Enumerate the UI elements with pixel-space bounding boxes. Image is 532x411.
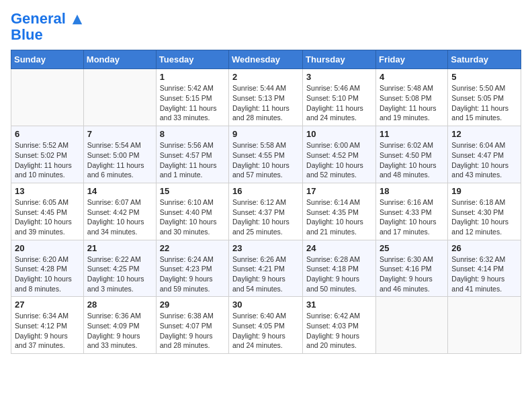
calendar-week-row: 1Sunrise: 5:42 AM Sunset: 5:15 PM Daylig… [11, 69, 521, 126]
calendar-cell: 29Sunrise: 6:38 AM Sunset: 4:07 PM Dayli… [156, 297, 228, 354]
calendar-week-row: 27Sunrise: 6:34 AM Sunset: 4:12 PM Dayli… [11, 297, 521, 354]
calendar-week-row: 13Sunrise: 6:05 AM Sunset: 4:45 PM Dayli… [11, 183, 521, 240]
day-number: 27 [15, 300, 80, 310]
day-info: Sunrise: 6:10 AM Sunset: 4:40 PM Dayligh… [160, 197, 225, 237]
calendar-cell: 15Sunrise: 6:10 AM Sunset: 4:40 PM Dayli… [156, 183, 228, 240]
calendar-cell: 24Sunrise: 6:28 AM Sunset: 4:18 PM Dayli… [303, 240, 376, 297]
calendar-cell: 12Sunrise: 6:04 AM Sunset: 4:47 PM Dayli… [448, 126, 521, 183]
calendar-cell: 3Sunrise: 5:46 AM Sunset: 5:10 PM Daylig… [303, 69, 376, 126]
day-number: 31 [306, 300, 372, 310]
logo-blue-text: Blue [11, 27, 83, 43]
day-number: 7 [87, 129, 152, 139]
day-info: Sunrise: 6:12 AM Sunset: 4:37 PM Dayligh… [232, 197, 299, 237]
day-number: 20 [15, 243, 80, 253]
calendar-cell [448, 297, 521, 354]
weekday-header-wednesday: Wednesday [229, 50, 303, 69]
day-number: 13 [15, 186, 80, 196]
calendar-cell: 18Sunrise: 6:16 AM Sunset: 4:33 PM Dayli… [375, 183, 447, 240]
calendar-cell: 14Sunrise: 6:07 AM Sunset: 4:42 PM Dayli… [83, 183, 156, 240]
day-number: 28 [87, 300, 152, 310]
day-number: 19 [451, 186, 517, 196]
day-number: 18 [380, 186, 444, 196]
calendar-cell: 19Sunrise: 6:18 AM Sunset: 4:30 PM Dayli… [448, 183, 521, 240]
day-number: 26 [451, 243, 517, 253]
day-info: Sunrise: 5:58 AM Sunset: 4:55 PM Dayligh… [232, 140, 299, 180]
day-info: Sunrise: 6:32 AM Sunset: 4:14 PM Dayligh… [451, 255, 517, 294]
calendar-cell: 26Sunrise: 6:32 AM Sunset: 4:14 PM Dayli… [448, 240, 521, 297]
calendar-cell: 28Sunrise: 6:36 AM Sunset: 4:09 PM Dayli… [83, 297, 156, 354]
day-info: Sunrise: 6:07 AM Sunset: 4:42 PM Dayligh… [87, 197, 152, 237]
day-info: Sunrise: 5:42 AM Sunset: 5:15 PM Dayligh… [160, 83, 225, 123]
weekday-header-monday: Monday [83, 50, 156, 69]
day-number: 9 [232, 129, 299, 139]
day-number: 17 [306, 186, 372, 196]
day-info: Sunrise: 6:26 AM Sunset: 4:21 PM Dayligh… [232, 255, 299, 294]
day-info: Sunrise: 5:56 AM Sunset: 4:57 PM Dayligh… [160, 140, 225, 180]
calendar-cell: 16Sunrise: 6:12 AM Sunset: 4:37 PM Dayli… [229, 183, 303, 240]
day-number: 16 [232, 186, 299, 196]
day-number: 8 [160, 129, 225, 139]
day-info: Sunrise: 6:24 AM Sunset: 4:23 PM Dayligh… [160, 255, 225, 294]
day-info: Sunrise: 6:38 AM Sunset: 4:07 PM Dayligh… [160, 311, 225, 351]
weekday-header-friday: Friday [375, 50, 447, 69]
day-info: Sunrise: 6:30 AM Sunset: 4:16 PM Dayligh… [380, 255, 444, 294]
day-number: 12 [451, 129, 517, 139]
calendar-cell: 13Sunrise: 6:05 AM Sunset: 4:45 PM Dayli… [11, 183, 84, 240]
day-info: Sunrise: 6:40 AM Sunset: 4:05 PM Dayligh… [232, 311, 299, 351]
weekday-header-thursday: Thursday [303, 50, 376, 69]
day-number: 2 [232, 72, 299, 82]
calendar-cell: 21Sunrise: 6:22 AM Sunset: 4:25 PM Dayli… [83, 240, 156, 297]
day-number: 23 [232, 243, 299, 253]
calendar-cell: 23Sunrise: 6:26 AM Sunset: 4:21 PM Dayli… [229, 240, 303, 297]
calendar-cell: 9Sunrise: 5:58 AM Sunset: 4:55 PM Daylig… [229, 126, 303, 183]
day-info: Sunrise: 5:48 AM Sunset: 5:08 PM Dayligh… [380, 83, 444, 123]
calendar-cell: 1Sunrise: 5:42 AM Sunset: 5:15 PM Daylig… [156, 69, 228, 126]
day-number: 14 [87, 186, 152, 196]
day-info: Sunrise: 6:20 AM Sunset: 4:28 PM Dayligh… [15, 255, 80, 294]
day-info: Sunrise: 6:04 AM Sunset: 4:47 PM Dayligh… [451, 140, 517, 180]
day-number: 21 [87, 243, 152, 253]
calendar-cell: 17Sunrise: 6:14 AM Sunset: 4:35 PM Dayli… [303, 183, 376, 240]
calendar-cell: 6Sunrise: 5:52 AM Sunset: 5:02 PM Daylig… [11, 126, 84, 183]
calendar-cell: 7Sunrise: 5:54 AM Sunset: 5:00 PM Daylig… [83, 126, 156, 183]
weekday-header-tuesday: Tuesday [156, 50, 228, 69]
day-info: Sunrise: 5:52 AM Sunset: 5:02 PM Dayligh… [15, 140, 80, 180]
calendar-cell [11, 69, 84, 126]
day-number: 10 [306, 129, 372, 139]
svg-marker-0 [73, 15, 82, 24]
day-number: 22 [160, 243, 225, 253]
day-info: Sunrise: 6:36 AM Sunset: 4:09 PM Dayligh… [87, 311, 152, 351]
calendar-cell: 10Sunrise: 6:00 AM Sunset: 4:52 PM Dayli… [303, 126, 376, 183]
day-info: Sunrise: 5:46 AM Sunset: 5:10 PM Dayligh… [306, 83, 372, 123]
calendar-week-row: 20Sunrise: 6:20 AM Sunset: 4:28 PM Dayli… [11, 240, 521, 297]
weekday-header-sunday: Sunday [11, 50, 84, 69]
day-number: 3 [306, 72, 372, 82]
day-info: Sunrise: 6:42 AM Sunset: 4:03 PM Dayligh… [306, 311, 372, 351]
day-info: Sunrise: 5:50 AM Sunset: 5:05 PM Dayligh… [451, 83, 517, 123]
calendar-cell: 4Sunrise: 5:48 AM Sunset: 5:08 PM Daylig… [375, 69, 447, 126]
day-info: Sunrise: 6:18 AM Sunset: 4:30 PM Dayligh… [451, 197, 517, 237]
calendar-cell: 20Sunrise: 6:20 AM Sunset: 4:28 PM Dayli… [11, 240, 84, 297]
day-info: Sunrise: 5:54 AM Sunset: 5:00 PM Dayligh… [87, 140, 152, 180]
calendar-cell: 11Sunrise: 6:02 AM Sunset: 4:50 PM Dayli… [375, 126, 447, 183]
calendar-cell: 8Sunrise: 5:56 AM Sunset: 4:57 PM Daylig… [156, 126, 228, 183]
calendar-cell [375, 297, 447, 354]
day-info: Sunrise: 6:00 AM Sunset: 4:52 PM Dayligh… [306, 140, 372, 180]
day-number: 11 [380, 129, 444, 139]
calendar-week-row: 6Sunrise: 5:52 AM Sunset: 5:02 PM Daylig… [11, 126, 521, 183]
logo-icon [71, 13, 83, 26]
page-header: General Blue [11, 11, 521, 43]
day-number: 25 [380, 243, 444, 253]
day-number: 15 [160, 186, 225, 196]
day-number: 4 [380, 72, 444, 82]
day-info: Sunrise: 6:16 AM Sunset: 4:33 PM Dayligh… [380, 197, 444, 237]
day-info: Sunrise: 6:14 AM Sunset: 4:35 PM Dayligh… [306, 197, 372, 237]
day-info: Sunrise: 6:34 AM Sunset: 4:12 PM Dayligh… [15, 311, 80, 351]
day-number: 6 [15, 129, 80, 139]
weekday-header-saturday: Saturday [448, 50, 521, 69]
day-number: 1 [160, 72, 225, 82]
calendar-cell [83, 69, 156, 126]
day-number: 5 [451, 72, 517, 82]
weekday-header-row: SundayMondayTuesdayWednesdayThursdayFrid… [11, 50, 521, 69]
calendar-cell: 2Sunrise: 5:44 AM Sunset: 5:13 PM Daylig… [229, 69, 303, 126]
